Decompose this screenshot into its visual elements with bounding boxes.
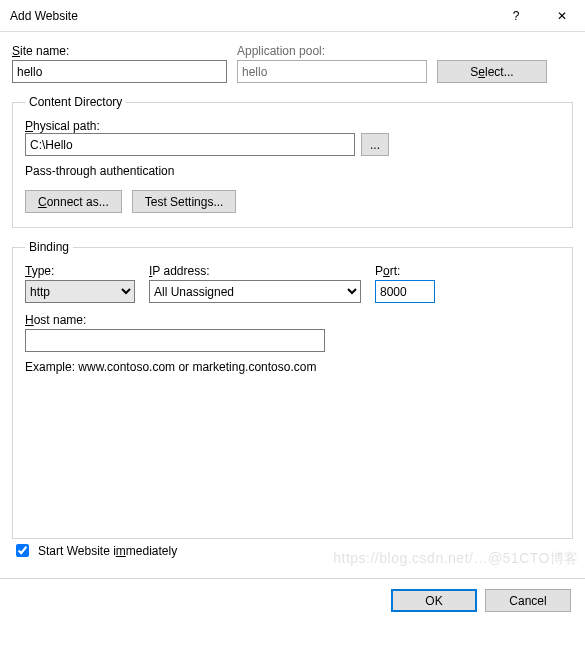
content-directory-legend: Content Directory [25, 95, 126, 109]
titlebar: Add Website ? ✕ [0, 0, 585, 32]
binding-type-select[interactable]: http [25, 280, 135, 303]
connect-as-button[interactable]: Connect as... [25, 190, 122, 213]
start-immediately-label: Start Website immediately [38, 544, 177, 558]
site-name-input[interactable] [12, 60, 227, 83]
binding-legend: Binding [25, 240, 73, 254]
binding-ip-select[interactable]: All Unassigned [149, 280, 361, 303]
binding-host-input[interactable] [25, 329, 325, 352]
start-immediately-row: Start Website immediately [0, 539, 585, 570]
content-directory-group: Content Directory Physical path: ... Pas… [12, 95, 573, 228]
ok-button[interactable]: OK [391, 589, 477, 612]
test-settings-button[interactable]: Test Settings... [132, 190, 237, 213]
pass-through-auth-label: Pass-through authentication [25, 164, 560, 178]
browse-path-button[interactable]: ... [361, 133, 389, 156]
binding-host-example: Example: www.contoso.com or marketing.co… [25, 360, 560, 374]
binding-host-label: Host name: [25, 313, 560, 327]
binding-ip-label: IP address: [149, 264, 361, 278]
binding-port-label: Port: [375, 264, 435, 278]
cancel-button[interactable]: Cancel [485, 589, 571, 612]
binding-type-label: Type: [25, 264, 135, 278]
select-app-pool-button[interactable]: Select... [437, 60, 547, 83]
window-title: Add Website [10, 9, 493, 23]
close-button[interactable]: ✕ [539, 0, 585, 32]
site-pool-row: Site name: Application pool: Select... [12, 44, 573, 83]
app-pool-label: Application pool: [237, 44, 427, 58]
dialog-footer: OK Cancel [0, 579, 585, 626]
binding-port-input[interactable] [375, 280, 435, 303]
app-pool-input [237, 60, 427, 83]
start-immediately-checkbox[interactable] [16, 544, 29, 557]
physical-path-label: Physical path: [25, 119, 100, 133]
physical-path-input[interactable] [25, 133, 355, 156]
help-button[interactable]: ? [493, 0, 539, 32]
site-name-label: Site name: [12, 44, 227, 58]
dialog-body: Site name: Application pool: Select... C… [0, 32, 585, 539]
binding-group: Binding Type: http IP address: All Unass… [12, 240, 573, 539]
